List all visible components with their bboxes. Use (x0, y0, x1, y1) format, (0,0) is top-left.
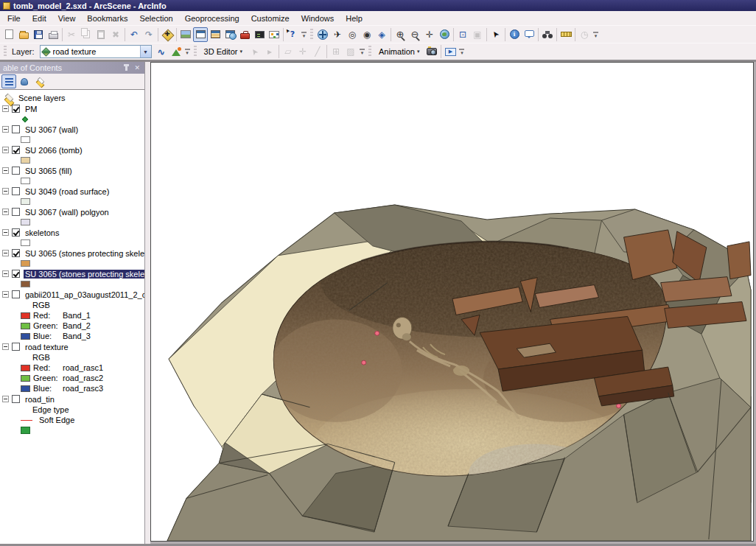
layer-checkbox[interactable] (12, 167, 20, 175)
menu-bookmarks[interactable]: Bookmarks (81, 13, 133, 24)
layer-row-su3065-fill[interactable]: SU 3065 (fill) (0, 165, 144, 176)
layer-label[interactable]: road texture (24, 343, 70, 351)
layer-checkbox[interactable] (12, 105, 20, 113)
layer-label[interactable]: SU 3065 (fill) (24, 167, 74, 175)
collapse-icon[interactable] (2, 147, 9, 153)
layer-label[interactable]: skeletons (24, 228, 60, 237)
collapse-icon[interactable] (2, 396, 9, 402)
redo-icon[interactable]: ↷ (141, 27, 156, 42)
menu-file[interactable]: File (1, 13, 27, 24)
arctoolbox-icon[interactable] (237, 27, 252, 42)
fly-icon[interactable]: ✈ (330, 27, 345, 42)
python-window-icon[interactable] (252, 27, 267, 42)
layer-checkbox[interactable] (12, 395, 20, 403)
list-by-source-icon[interactable] (17, 74, 32, 88)
clear-selection-icon[interactable]: ▣ (470, 27, 485, 42)
toolbar-overflow-icon[interactable] (358, 45, 366, 58)
zoom-to-selected-icon[interactable]: ⊡ (455, 27, 470, 42)
symbol-swatch[interactable] (21, 136, 30, 143)
collapse-icon[interactable] (2, 126, 9, 133)
collapse-icon[interactable] (2, 250, 9, 256)
list-by-drawing-order-icon[interactable] (1, 74, 16, 88)
layer-checkbox[interactable] (12, 187, 20, 195)
collapse-icon[interactable] (2, 291, 9, 298)
layer-row-su3067-wall[interactable]: SU 3067 (wall) (0, 124, 144, 135)
navigate-icon[interactable] (315, 27, 330, 42)
layer-row-su3065-stones-2-selected[interactable]: SU 3065 (stones protecting skeleton) (0, 268, 144, 279)
layer-combobox[interactable]: road texture ▼ (40, 45, 152, 58)
menu-help[interactable]: Help (340, 13, 368, 24)
collapse-icon[interactable] (2, 209, 9, 215)
undo-icon[interactable]: ↶ (127, 27, 141, 42)
copy-icon[interactable] (79, 27, 94, 42)
symbol-swatch[interactable] (21, 178, 30, 184)
symbol-swatch[interactable] (21, 157, 30, 164)
layer-label[interactable]: road_tin (24, 395, 56, 404)
layer-checkbox[interactable] (12, 228, 20, 237)
find-icon[interactable] (540, 27, 555, 42)
pin-icon[interactable] (125, 65, 127, 71)
collapse-icon[interactable] (2, 270, 9, 277)
delete-icon[interactable]: ✖ (108, 27, 123, 42)
combo-dropdown-icon[interactable]: ▼ (140, 46, 151, 57)
zoom-to-target-icon[interactable]: ◉ (360, 27, 374, 42)
3d-editor-menu-button[interactable]: 3D Editor (199, 45, 248, 58)
close-icon[interactable]: ✕ (134, 64, 140, 71)
menu-geoprocessing[interactable]: Geoprocessing (179, 13, 245, 24)
layer-row-gabii-tif[interactable]: gabii2011_ap_03august2011_2_clip.tif (0, 289, 144, 300)
move-icon[interactable]: ✛ (295, 44, 310, 59)
menu-view[interactable]: View (52, 13, 82, 24)
layer-row-su3065-stones-1[interactable]: SU 3065 (stones protecting skeleton) (0, 248, 144, 259)
preview-image-icon[interactable] (178, 27, 193, 42)
layer-row-su3049-road-surface[interactable]: SU 3049 (road surface) (0, 186, 144, 197)
center-on-target-icon[interactable]: ◎ (345, 27, 360, 42)
menu-customize[interactable]: Customize (245, 13, 295, 24)
layer-label[interactable]: SU 3065 (stones protecting skeleton) (24, 249, 144, 258)
new-document-icon[interactable] (1, 27, 16, 42)
open-folder-icon[interactable] (16, 27, 31, 42)
search-window-icon[interactable] (223, 27, 237, 42)
attributes-icon[interactable]: ⊞ (329, 44, 343, 59)
list-by-visibility-icon[interactable] (32, 74, 47, 88)
collapse-icon[interactable] (2, 343, 9, 350)
scene-layers-root[interactable]: Scene layers (0, 92, 144, 103)
scene-3d-view[interactable] (151, 63, 753, 541)
menu-selection[interactable]: Selection (133, 13, 178, 24)
layer-checkbox[interactable] (12, 249, 20, 257)
toolbar-drag-handle[interactable] (4, 46, 7, 57)
layer-row-su3067-wall-polygon[interactable]: SU 3067 (wall) polgyon (0, 206, 144, 217)
toolbar-overflow-icon[interactable] (592, 28, 600, 41)
symbol-swatch[interactable] (21, 260, 30, 267)
layer-checkbox[interactable] (12, 270, 20, 278)
layer-label[interactable]: SU 2066 (tomb) (24, 146, 84, 155)
animation-controls-icon[interactable]: ▶ (443, 44, 458, 59)
layer-checkbox[interactable] (12, 290, 20, 298)
pan-icon[interactable]: ✛ (422, 27, 437, 42)
paste-icon[interactable] (94, 27, 108, 42)
toolbar-overflow-icon[interactable] (458, 45, 466, 58)
layer-label-selected[interactable]: SU 3065 (stones protecting skeleton) (24, 270, 144, 279)
layer-row-skeletons[interactable]: skeletons (0, 227, 144, 238)
select-features-icon[interactable]: ➤ (489, 27, 503, 42)
scene-viewport[interactable] (150, 62, 754, 542)
identify-icon[interactable]: i (507, 27, 522, 42)
measure-icon[interactable] (559, 27, 573, 42)
toolbar-overflow-icon[interactable] (300, 28, 308, 41)
layer-checkbox[interactable] (12, 146, 20, 154)
whats-this-icon[interactable]: ? (285, 27, 300, 42)
toolbar-drag-handle[interactable] (194, 46, 197, 57)
layer-checkbox[interactable] (12, 125, 20, 133)
panel-splitter[interactable] (145, 62, 150, 544)
sketch-properties-icon[interactable]: ▨ (343, 44, 358, 59)
symbol-swatch[interactable] (21, 219, 30, 225)
layer-row-road-texture[interactable]: road texture (0, 341, 144, 352)
collapse-icon[interactable] (2, 188, 9, 195)
zoom-out-icon[interactable]: ⊖ (407, 27, 422, 42)
animation-menu-button[interactable]: Animation (374, 45, 424, 58)
layer-label[interactable]: SU 3067 (wall) (24, 125, 80, 134)
toolbar-drag-handle[interactable] (310, 29, 313, 41)
html-popup-icon[interactable] (522, 27, 536, 42)
zoom-in-icon[interactable]: ⊕ (393, 27, 407, 42)
symbol-swatch[interactable] (21, 281, 30, 287)
title-bar[interactable]: tomb_model_2.sxd - ArcScene - ArcInfo (0, 0, 756, 11)
